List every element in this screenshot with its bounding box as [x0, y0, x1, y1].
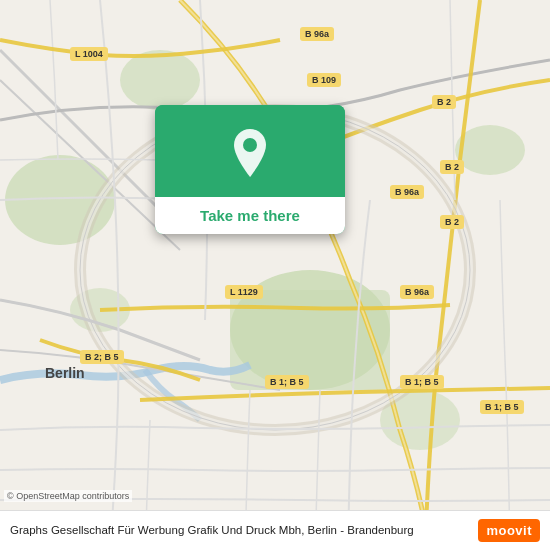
road-label-b109: B 109 — [307, 73, 341, 87]
map-background — [0, 0, 550, 550]
business-info-text: Graphs Gesellschaft Für Werbung Grafik U… — [10, 522, 468, 538]
svg-point-3 — [120, 50, 200, 110]
svg-point-11 — [243, 138, 257, 152]
road-label-b15-right2: B 1; B 5 — [480, 400, 524, 414]
map-container: L 1004 B 96a B 109 B 2 B 2 B 96a B 2 L 1… — [0, 0, 550, 550]
road-label-b15-right: B 1; B 5 — [400, 375, 444, 389]
road-label-b96a-top: B 96a — [300, 27, 334, 41]
road-label-b25: B 2; B 5 — [80, 350, 124, 364]
moovit-logo: moovit — [478, 519, 540, 542]
tooltip-icon-area — [155, 105, 345, 197]
road-label-l1004: L 1004 — [70, 47, 108, 61]
bottom-info-bar: Graphs Gesellschaft Für Werbung Grafik U… — [0, 510, 550, 550]
location-card[interactable]: Take me there — [155, 105, 345, 234]
moovit-logo-box: moovit — [478, 519, 540, 542]
road-label-b2-top: B 2 — [432, 95, 456, 109]
road-label-b96a-bot: B 96a — [400, 285, 434, 299]
road-label-l1129: L 1129 — [225, 285, 263, 299]
road-label-b2-mid: B 2 — [440, 160, 464, 174]
road-label-b15-mid: B 1; B 5 — [265, 375, 309, 389]
svg-rect-7 — [230, 290, 390, 390]
map-attribution: © OpenStreetMap contributors — [4, 490, 132, 502]
location-pin-icon — [228, 127, 272, 181]
svg-point-4 — [455, 125, 525, 175]
berlin-label: Berlin — [45, 365, 85, 381]
road-label-b96a-mid: B 96a — [390, 185, 424, 199]
road-label-b2-left: B 2 — [440, 215, 464, 229]
take-me-there-button[interactable]: Take me there — [155, 197, 345, 234]
